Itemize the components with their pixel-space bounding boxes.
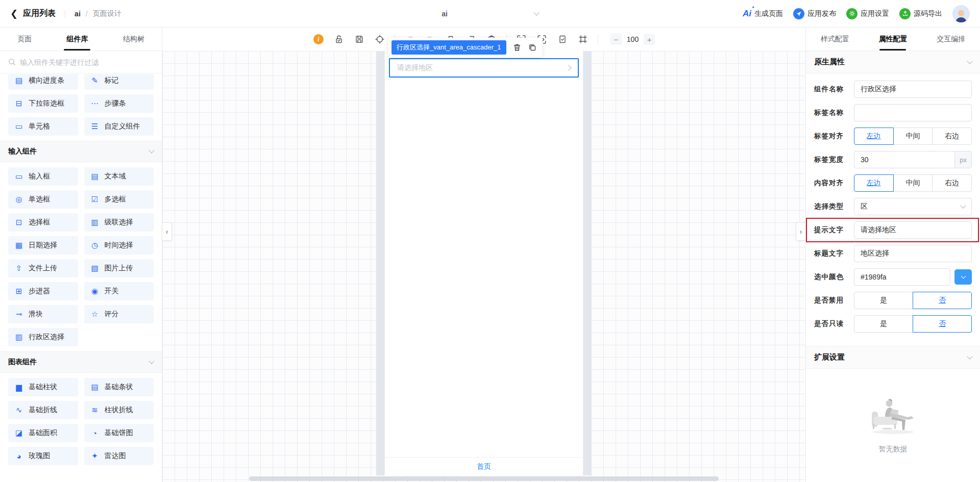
section-chart-components[interactable]: 图表组件 (0, 351, 162, 373)
tab-component-library[interactable]: 组件库 (64, 29, 90, 50)
frame-icon[interactable] (577, 34, 589, 45)
selected-color-input[interactable] (854, 268, 950, 286)
tab-pages[interactable]: 页面 (15, 29, 34, 50)
rose-chart-icon: ◕ (14, 452, 23, 461)
segment-option[interactable]: 中间 (893, 128, 933, 145)
component-item[interactable]: ◪基础面积 (8, 424, 78, 442)
component-item[interactable]: ▤横向进度条 (8, 74, 78, 90)
component-item[interactable]: ◔基础饼图 (84, 424, 154, 442)
collapse-left-panel-button[interactable]: ‹ (162, 222, 172, 241)
target-icon[interactable] (374, 34, 385, 45)
zoom-out-button[interactable]: − (610, 34, 622, 45)
tab-style-config[interactable]: 样式配置 (819, 29, 851, 50)
component-item[interactable]: ⊟下拉筛选框 (8, 94, 78, 113)
unlock-icon[interactable] (333, 34, 345, 45)
zoom-in-button[interactable]: + (644, 34, 655, 45)
bar-chart-icon: ▆ (14, 383, 23, 392)
tag-name-input[interactable] (854, 104, 972, 121)
copy-icon[interactable] (528, 43, 537, 52)
tab-interaction-config[interactable]: 交互编排 (935, 29, 967, 50)
back-icon[interactable]: ❮ (10, 8, 18, 19)
tabbar-item-home[interactable]: 首页 (477, 462, 491, 471)
component-item-label: 单元格 (29, 122, 50, 131)
empty-state-text: 暂无数据 (806, 445, 980, 454)
segment-option[interactable]: 否 (913, 315, 972, 333)
component-item[interactable]: ▦日期选择 (8, 236, 78, 255)
doc-check-icon[interactable] (557, 34, 568, 45)
search-input[interactable] (20, 58, 154, 66)
component-item[interactable]: ◕玫瑰图 (8, 447, 78, 465)
info-icon[interactable]: i (313, 34, 324, 45)
segment-option[interactable]: 左边 (854, 174, 894, 192)
component-item[interactable]: ∿基础折线 (8, 401, 78, 419)
component-item[interactable]: ⊡选择框 (8, 213, 78, 232)
component-item[interactable]: ▥行政区选择 (8, 328, 78, 346)
title-text-input[interactable] (854, 245, 972, 262)
component-name-input[interactable] (854, 81, 972, 98)
input-icon: ▭ (14, 172, 23, 181)
segment-option[interactable]: 是 (854, 292, 913, 309)
component-item[interactable]: ▆基础柱状 (8, 378, 78, 396)
component-item[interactable]: ▤基础条状 (84, 378, 154, 396)
component-item[interactable]: ⋯步骤条 (84, 94, 154, 113)
field-component-name: 组件名称 (814, 81, 972, 98)
delete-icon[interactable] (512, 43, 522, 52)
segment-option[interactable]: 否 (913, 292, 972, 309)
area-cascader-icon: ▥ (14, 333, 23, 342)
horizontal-scrollbar[interactable] (249, 476, 719, 481)
component-item[interactable]: ▥级联选择 (84, 213, 154, 232)
section-title: 原生属性 (814, 57, 845, 67)
component-item[interactable]: ✦雷达图 (84, 447, 154, 465)
component-item[interactable]: ☆评分 (84, 305, 154, 323)
color-picker-button[interactable] (954, 269, 972, 285)
tab-structure-tree[interactable]: 结构树 (121, 29, 146, 50)
segment-option[interactable]: 是 (854, 315, 913, 333)
component-item[interactable]: ⊸滑块 (8, 305, 78, 323)
export-source-button[interactable]: 源码导出 (899, 8, 942, 19)
component-item[interactable]: ▭单元格 (8, 117, 78, 136)
publish-button[interactable]: 应用发布 (793, 8, 836, 19)
select-type-dropdown[interactable]: 区 (854, 198, 972, 215)
collapse-right-panel-button[interactable]: › (796, 222, 805, 241)
extension-settings-header[interactable]: 扩展设置 (806, 346, 980, 369)
component-item[interactable]: ◉开关 (84, 282, 154, 300)
component-list[interactable]: ▤横向进度条✎标记⊟下拉筛选框⋯步骤条▭单元格☰自定义组件 输入组件 ▭输入框▤… (0, 74, 162, 482)
cascader-placeholder: 请选择地区 (397, 63, 567, 72)
label-width-input[interactable] (854, 151, 954, 168)
chevron-down-icon (149, 358, 154, 364)
native-properties-section[interactable]: 原生属性 (806, 51, 980, 73)
file-upload-icon: ⇧ (14, 264, 23, 273)
component-item[interactable]: ✎标记 (84, 74, 154, 90)
generate-page-button[interactable]: Ai✦ 生成页面 (743, 9, 783, 19)
component-item[interactable]: ▤文本域 (84, 167, 154, 186)
page-select[interactable]: ai (442, 0, 538, 28)
divider (65, 10, 65, 18)
breadcrumb-app[interactable]: ai (75, 10, 81, 18)
component-item[interactable]: ≋柱状折线 (84, 401, 154, 419)
user-avatar[interactable] (952, 5, 970, 22)
component-item[interactable]: ▧图片上传 (84, 259, 154, 277)
segment-option[interactable]: 左边 (854, 128, 894, 145)
app-settings-button[interactable]: 应用设置 (846, 8, 889, 19)
component-grid-top: ▤横向进度条✎标记⊟下拉筛选框⋯步骤条▭单元格☰自定义组件 (0, 74, 162, 141)
save-icon[interactable] (354, 34, 365, 45)
component-item[interactable]: ⊞步进器 (8, 282, 78, 300)
segment-option[interactable]: 右边 (932, 174, 972, 192)
field-label: 选择类型 (814, 202, 854, 211)
component-item[interactable]: ⇧文件上传 (8, 259, 78, 277)
component-item[interactable]: ☰自定义组件 (84, 117, 154, 136)
segment-option[interactable]: 右边 (932, 128, 972, 145)
component-item[interactable]: ☑多选框 (84, 190, 154, 209)
section-input-components[interactable]: 输入组件 (0, 141, 162, 162)
chevron-down-icon (967, 58, 972, 64)
component-item[interactable]: ◎单选框 (8, 190, 78, 209)
segment-option[interactable]: 中间 (893, 174, 933, 192)
design-canvas[interactable]: 行政区选择_vant_area_cascader_1 请选择地区 首页 ‹ › (162, 51, 805, 482)
select-icon: ⊡ (14, 218, 23, 227)
back-button[interactable]: 应用列表 (23, 8, 56, 19)
area-cascader-component[interactable]: 请选择地区 (389, 58, 579, 78)
placeholder-text-input[interactable] (854, 221, 972, 239)
component-item[interactable]: ◷时间选择 (84, 236, 154, 255)
component-item[interactable]: ▭输入框 (8, 167, 78, 186)
tab-property-config[interactable]: 属性配置 (876, 29, 909, 50)
